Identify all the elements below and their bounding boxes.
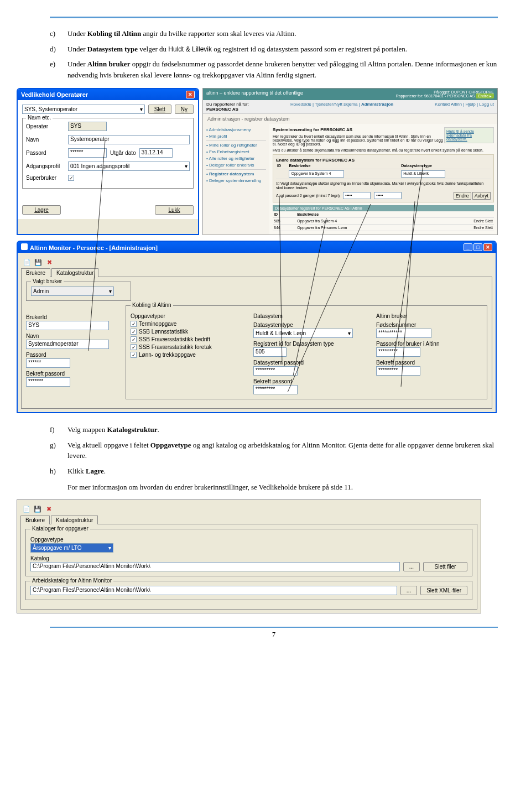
label: Du rapporterer nå for:: [206, 102, 249, 107]
navn-input[interactable]: Systemoperator: [68, 135, 190, 144]
tab-katalogstruktur[interactable]: Katalogstruktur: [51, 516, 98, 524]
label: Datasystemtype: [253, 322, 360, 328]
minimize-icon[interactable]: _: [464, 243, 472, 251]
fieldset-label: Kataloger for oppgaver: [30, 525, 90, 532]
lagre-button[interactable]: Lagre: [22, 205, 61, 215]
brukerid-input[interactable]: SYS: [26, 321, 109, 330]
chevron-down-icon: ▾: [108, 545, 111, 551]
navn-input[interactable]: Systemadmoperatør: [26, 340, 109, 349]
nav-links[interactable]: Kontakt Altinn | Hjelp | Logg ut: [435, 102, 494, 112]
text: Velg aktuell oppgave i feltet: [67, 441, 150, 449]
close-icon[interactable]: ✕: [186, 91, 195, 98]
tab-brukere[interactable]: Brukere: [21, 268, 50, 277]
delete-icon[interactable]: ✖: [45, 506, 53, 513]
sidebar-link[interactable]: • Fra Enhetsregisteret: [206, 149, 266, 154]
lukk-button[interactable]: Lukk: [155, 205, 194, 215]
heading: Endre datasystem for PERSONEC AS: [276, 158, 355, 163]
checkbox[interactable]: ✓: [131, 329, 137, 335]
label: SSB Fraværsstatistikk foretak: [139, 344, 212, 350]
chevron-down-icon: ▾: [109, 288, 112, 294]
fieldset-label: Kobling til Altinn: [131, 302, 173, 308]
slett-button[interactable]: Slett: [148, 105, 171, 114]
katalog-input[interactable]: C:\Program Files\Personec\Altinn Monitor…: [30, 562, 400, 571]
oppgavetype-select[interactable]: Årsoppgave m/ LTO▾: [30, 543, 113, 553]
bold-text: Oppgavetype: [150, 441, 191, 449]
slett-link[interactable]: Slett: [485, 219, 493, 223]
dstype-select[interactable]: Huldt & Lillevik Lønn▾: [253, 329, 353, 338]
save-icon[interactable]: 💾: [34, 506, 41, 513]
adgang-select[interactable]: 001 Ingen adgangsprofil▾: [68, 162, 190, 171]
window-title: Vedlikehold Operatører: [21, 91, 88, 98]
label: Navn: [26, 333, 109, 339]
arbeidskatalog-input[interactable]: C:\Program Files\Personec\Altinn Monitor…: [30, 586, 397, 595]
letter-e: e): [50, 59, 67, 80]
endre-link[interactable]: Endre: [473, 219, 484, 223]
browse-button[interactable]: ...: [403, 562, 420, 571]
sidebar-link[interactable]: • Alle roller og rettigheter: [206, 156, 266, 161]
letter-g: g): [50, 440, 67, 461]
dspass-input[interactable]: *********: [253, 366, 298, 376]
label: Bekreft passord: [376, 360, 482, 366]
operator-input[interactable]: SYS: [68, 122, 107, 131]
utgar-input[interactable]: 31.12.14: [139, 148, 173, 158]
bold-text: Altinn bruker: [87, 60, 131, 68]
bruker-select[interactable]: Admin▾: [31, 287, 114, 296]
type-select[interactable]: Huldt & Lillevik: [401, 170, 445, 178]
slett-xml-button[interactable]: Slett XML-filer: [420, 586, 467, 595]
select-value: Årsoppgave m/ LTO: [33, 545, 82, 551]
operator-select[interactable]: SYS, Systemoperator▾: [22, 105, 145, 114]
checkbox[interactable]: ✓: [131, 321, 137, 327]
superbruker-checkbox[interactable]: ✓: [68, 175, 74, 181]
passord-input[interactable]: ******: [26, 358, 70, 368]
label: Passord: [26, 352, 109, 358]
close-icon[interactable]: ✕: [483, 243, 492, 251]
slett-filer-button[interactable]: Slett filer: [423, 562, 467, 571]
bekpass3-input[interactable]: *********: [376, 366, 420, 376]
new-icon[interactable]: 📄: [23, 258, 31, 266]
bekreft-input[interactable]: *******: [26, 377, 70, 387]
browse-button[interactable]: ...: [400, 586, 417, 595]
label: Lønn- og trekkoppgave: [139, 352, 196, 358]
endre-link[interactable]: Endre: [473, 226, 484, 230]
tab-katalogstruktur[interactable]: Katalogstruktur: [51, 268, 98, 277]
bottom-rule: [50, 627, 498, 628]
save-icon[interactable]: 💾: [34, 258, 42, 266]
endre-button[interactable]: Endre ▸: [476, 93, 494, 98]
sidebar-link[interactable]: • Administrasjonsmeny: [206, 127, 266, 132]
delete-icon[interactable]: ✖: [45, 258, 53, 266]
pwd2-input[interactable]: •••••: [374, 192, 402, 199]
new-icon[interactable]: 📄: [23, 506, 30, 513]
text: Under: [67, 29, 87, 38]
bekpass2-input[interactable]: *********: [253, 385, 298, 394]
checkbox[interactable]: ✓: [131, 336, 137, 342]
bold-text: Kobling til Altinn: [87, 29, 142, 38]
text: og registrert id og datasystem passord s…: [212, 45, 407, 53]
checkbox[interactable]: ✓: [131, 352, 137, 358]
sidebar-link[interactable]: • Deleger systeminnsending: [206, 178, 266, 183]
th: Beskrivelse: [296, 211, 436, 218]
checkbox[interactable]: ✓: [131, 344, 137, 350]
tab-brukere[interactable]: Brukere: [20, 516, 50, 524]
desc-input[interactable]: Oppgaver fra System 4: [289, 170, 344, 178]
cell: Oppgaver fra Personec Lønn: [296, 225, 436, 231]
help-box[interactable]: Hjelp til å sende skjemadata fra datasys…: [444, 127, 494, 143]
sidebar-link[interactable]: • Registrer datasystem: [206, 171, 266, 176]
passord-input[interactable]: ******: [68, 148, 107, 158]
sidebar-link[interactable]: • Deleger roller enkeltvis: [206, 163, 266, 168]
sidebar-link[interactable]: • Min profil: [206, 134, 266, 139]
fodsels-input[interactable]: ***********: [376, 329, 431, 338]
ny-button[interactable]: Ny: [175, 105, 194, 114]
regid-input[interactable]: 505: [253, 347, 287, 357]
sidebar-link[interactable]: • Mine roller og rettigheter: [206, 143, 266, 148]
reporting-for: Rapporterer for: 968170481 - PERSONEC AS: [396, 94, 475, 98]
maximize-icon[interactable]: □: [473, 243, 482, 251]
item-f: f) Velg mappen Katalogstruktur.: [50, 424, 498, 435]
th: ID: [273, 211, 296, 218]
avbryt-button[interactable]: Avbryt: [472, 192, 491, 200]
endre-button[interactable]: Endre: [454, 192, 471, 200]
pwd1-input[interactable]: •••••: [343, 192, 371, 199]
passalt-input[interactable]: *********: [376, 347, 420, 357]
breadcrumb[interactable]: Hovedside | Tjenester/Nytt skjema |: [290, 102, 361, 107]
slett-link[interactable]: Slett: [485, 226, 493, 230]
item-g: g) Velg aktuell oppgave i feltet Oppgave…: [50, 440, 498, 461]
